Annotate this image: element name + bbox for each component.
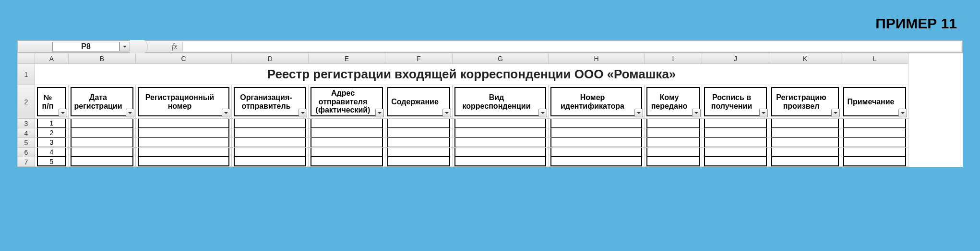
cell-I3[interactable] (645, 119, 702, 128)
cell-K4[interactable] (769, 128, 841, 138)
cell-A3[interactable]: 1 (35, 119, 69, 128)
cell-F2[interactable]: Содержание (385, 85, 453, 119)
cell-F6[interactable] (385, 148, 453, 157)
cell-E5[interactable] (309, 138, 385, 148)
cell-G7[interactable] (453, 157, 549, 167)
col-header-E[interactable]: E (309, 53, 385, 64)
cell-F4[interactable] (385, 128, 453, 138)
cell-J5[interactable] (702, 138, 769, 148)
filter-button[interactable] (759, 109, 768, 117)
cell-G5[interactable] (453, 138, 549, 148)
cell-I6[interactable] (645, 148, 702, 157)
cell-D7[interactable] (232, 157, 309, 167)
cell-B7[interactable] (69, 157, 136, 167)
cell-G2[interactable]: Вид корреспонденции (453, 85, 549, 119)
name-box-dropdown[interactable] (120, 42, 130, 51)
col-header-I[interactable]: I (645, 53, 702, 64)
cell-K7[interactable] (769, 157, 841, 167)
cell-H4[interactable] (549, 128, 645, 138)
filter-button[interactable] (898, 109, 907, 117)
filter-button[interactable] (299, 109, 307, 117)
cell-G4[interactable] (453, 128, 549, 138)
col-header-F[interactable]: F (385, 53, 453, 64)
cell-C4[interactable] (136, 128, 232, 138)
cell-H7[interactable] (549, 157, 645, 167)
cell-J6[interactable] (702, 148, 769, 157)
cell-I5[interactable] (645, 138, 702, 148)
cell-C2[interactable]: Регистрационный номер (136, 85, 232, 119)
cell-H2[interactable]: Номер идентификатора (549, 85, 645, 119)
row-header-1[interactable]: 1 (18, 64, 35, 85)
name-box[interactable]: P8 (52, 42, 120, 51)
cell-K3[interactable] (769, 119, 841, 128)
cell-B5[interactable] (69, 138, 136, 148)
col-header-A[interactable]: A (35, 53, 69, 64)
cell-A7[interactable]: 5 (35, 157, 69, 167)
cell-L3[interactable] (841, 119, 908, 128)
filter-button[interactable] (442, 109, 451, 117)
cell-D2[interactable]: Организация-отправитель (232, 85, 309, 119)
cell-G6[interactable] (453, 148, 549, 157)
filter-button[interactable] (634, 109, 643, 117)
cell-G3[interactable] (453, 119, 549, 128)
sheet-title[interactable]: Реестр регистрации входящей корреспонден… (35, 64, 908, 85)
cell-L5[interactable] (841, 138, 908, 148)
cell-B3[interactable] (69, 119, 136, 128)
cell-A4[interactable]: 2 (35, 128, 69, 138)
cell-L4[interactable] (841, 128, 908, 138)
cell-D3[interactable] (232, 119, 309, 128)
cell-K5[interactable] (769, 138, 841, 148)
col-header-G[interactable]: G (453, 53, 549, 64)
cell-B4[interactable] (69, 128, 136, 138)
cell-I2[interactable]: Кому передано (645, 85, 702, 119)
cell-J3[interactable] (702, 119, 769, 128)
cell-F5[interactable] (385, 138, 453, 148)
cell-L6[interactable] (841, 148, 908, 157)
cell-B2[interactable]: Дата регистрации (69, 85, 136, 119)
cell-F3[interactable] (385, 119, 453, 128)
cell-D4[interactable] (232, 128, 309, 138)
cell-E4[interactable] (309, 128, 385, 138)
cell-E3[interactable] (309, 119, 385, 128)
filter-button[interactable] (222, 109, 230, 117)
col-header-D[interactable]: D (232, 53, 309, 64)
cell-E6[interactable] (309, 148, 385, 157)
row-header-4[interactable]: 4 (18, 128, 35, 138)
insert-function-button[interactable]: fx (167, 42, 183, 51)
col-header-J[interactable]: J (702, 53, 769, 64)
cell-I7[interactable] (645, 157, 702, 167)
filter-button[interactable] (831, 109, 840, 117)
cell-C5[interactable] (136, 138, 232, 148)
row-header-2[interactable]: 2 (18, 85, 35, 119)
cell-A5[interactable]: 3 (35, 138, 69, 148)
filter-button[interactable] (126, 109, 134, 117)
cell-C7[interactable] (136, 157, 232, 167)
filter-button[interactable] (692, 109, 701, 117)
cell-C6[interactable] (136, 148, 232, 157)
cell-H3[interactable] (549, 119, 645, 128)
row-header-5[interactable]: 5 (18, 138, 35, 148)
col-header-H[interactable]: H (549, 53, 645, 64)
cell-I4[interactable] (645, 128, 702, 138)
cell-J7[interactable] (702, 157, 769, 167)
row-header-3[interactable]: 3 (18, 119, 35, 128)
cell-A2[interactable]: № п/п (35, 85, 69, 119)
cell-E2[interactable]: Адрес отправителя (фактический) (309, 85, 385, 119)
col-header-C[interactable]: C (136, 53, 232, 64)
filter-button[interactable] (59, 109, 67, 117)
cell-D5[interactable] (232, 138, 309, 148)
cell-D6[interactable] (232, 148, 309, 157)
cell-B6[interactable] (69, 148, 136, 157)
col-header-K[interactable]: K (769, 53, 841, 64)
select-all-corner[interactable] (18, 53, 35, 64)
cell-F7[interactable] (385, 157, 453, 167)
cell-A6[interactable]: 4 (35, 148, 69, 157)
cell-L2[interactable]: Примечание (841, 85, 908, 119)
row-header-7[interactable]: 7 (18, 157, 35, 167)
col-header-L[interactable]: L (841, 53, 908, 64)
cell-K2[interactable]: Регистрацию произвел (769, 85, 841, 119)
cell-C3[interactable] (136, 119, 232, 128)
formula-input[interactable] (183, 42, 961, 51)
cell-H6[interactable] (549, 148, 645, 157)
row-header-6[interactable]: 6 (18, 148, 35, 157)
